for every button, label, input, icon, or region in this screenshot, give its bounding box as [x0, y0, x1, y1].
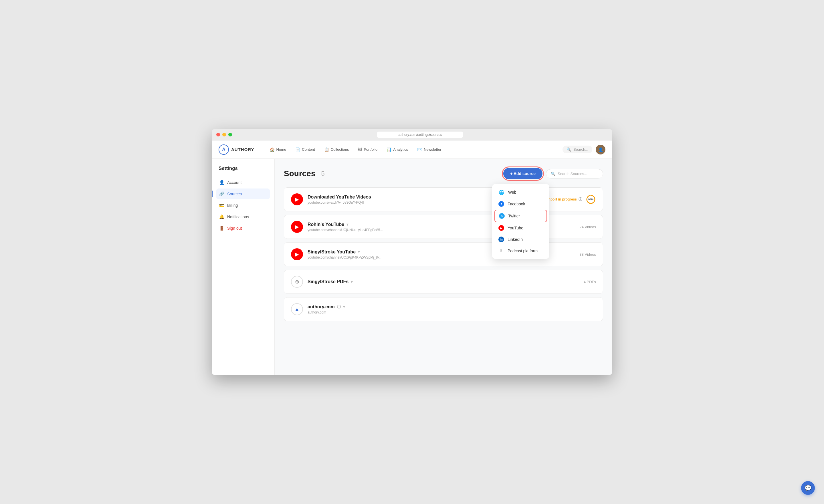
import-badge: Import in progress ⓘ	[546, 197, 582, 202]
chevron-5[interactable]: ▾	[343, 305, 345, 309]
search-sources-input[interactable]: 🔍 Search Sources...	[546, 169, 603, 179]
source-count-3: 38 Videos	[579, 252, 596, 257]
search-sources-icon: 🔍	[551, 172, 555, 176]
twitter-icon: 𝕏	[499, 213, 505, 219]
web-globe-icon: 🌐	[498, 189, 505, 195]
newsletter-icon: ✉️	[417, 147, 422, 152]
signout-icon: 🚪	[219, 226, 224, 231]
traffic-lights	[216, 133, 232, 136]
source-card-4: ⊕ SingylStroke PDFs ▾ 4 PDFs	[284, 270, 603, 294]
page-header: Sources 5 + Add source 🔍 Search Sources.…	[284, 168, 603, 179]
top-nav: A AUTHORY 🏠 Home 📄 Content 📋 Collections…	[212, 140, 612, 159]
page-count: 5	[321, 170, 325, 177]
close-button[interactable]	[216, 133, 220, 136]
authory-icon-5: ▲	[291, 303, 303, 315]
sidebar-item-sources[interactable]: 🔗 Sources	[216, 189, 270, 199]
youtube-icon-3: ▶	[291, 248, 303, 260]
sidebar-item-signout[interactable]: 🚪 Sign out	[216, 223, 270, 234]
sidebar-item-account[interactable]: 👤 Account	[216, 177, 270, 188]
source-meta-3: 38 Videos	[579, 252, 596, 257]
dropdown-youtube[interactable]: ▶ YouTube	[494, 222, 547, 234]
logo-icon: A	[219, 144, 229, 155]
notifications-icon: 🔔	[219, 214, 224, 219]
fullscreen-button[interactable]	[228, 133, 232, 136]
youtube-icon-2: ▶	[291, 221, 303, 233]
portfolio-icon: 🖼	[358, 147, 362, 152]
home-icon: 🏠	[270, 147, 275, 152]
source-meta-1: Import in progress ⓘ 94%	[546, 194, 596, 205]
search-icon: 🔍	[566, 147, 571, 152]
sidebar-title: Settings	[216, 166, 270, 171]
linkedin-icon: in	[498, 236, 504, 242]
youtube-icon-1: ▶	[291, 193, 303, 205]
nav-collections[interactable]: 📋 Collections	[320, 145, 353, 154]
source-card-5: ▲ authory.com ⓘ ▾ authory.com	[284, 297, 603, 321]
titlebar: authory.com/settings/sources	[212, 129, 612, 140]
main-layout: Settings 👤 Account 🔗 Sources 💳 Billing 🔔…	[212, 159, 612, 375]
source-name-4: SingylStroke PDFs ▾	[308, 279, 579, 284]
account-icon: 👤	[219, 180, 224, 185]
add-source-button[interactable]: + Add source	[503, 168, 542, 179]
collections-icon: 📋	[324, 147, 329, 152]
nav-right: 🔍 Search... 👤	[562, 145, 605, 155]
progress-circle: 94%	[586, 194, 596, 205]
app-window: authory.com/settings/sources A AUTHORY 🏠…	[212, 129, 612, 375]
sidebar-item-notifications[interactable]: 🔔 Notifications	[216, 211, 270, 222]
avatar[interactable]: 👤	[596, 145, 605, 155]
dropdown-linkedin[interactable]: in LinkedIn	[494, 234, 547, 245]
global-search[interactable]: 🔍 Search...	[562, 145, 592, 153]
source-meta-2: 24 Videos	[579, 225, 596, 229]
logo-name: AUTHORY	[231, 147, 254, 152]
sources-icon: 🔗	[219, 191, 224, 197]
dropdown-web[interactable]: 🌐 Web	[494, 186, 547, 198]
minimize-button[interactable]	[222, 133, 226, 136]
chevron-3[interactable]: ▾	[358, 250, 360, 254]
source-url-5: authory.com	[308, 310, 596, 314]
header-actions: + Add source 🔍 Search Sources...	[503, 168, 603, 179]
dropdown-facebook[interactable]: f Facebook	[494, 198, 547, 210]
nav-portfolio[interactable]: 🖼 Portfolio	[354, 145, 381, 154]
analytics-icon: 📊	[387, 147, 391, 152]
help-icon: ⓘ	[579, 197, 582, 202]
help-icon-5: ⓘ	[337, 304, 341, 309]
source-meta-4: 4 PDFs	[584, 280, 596, 284]
source-info-4: SingylStroke PDFs ▾	[308, 279, 579, 284]
logo[interactable]: A AUTHORY	[219, 144, 254, 155]
source-count-2: 24 Videos	[579, 225, 596, 229]
web-icon-4: ⊕	[291, 276, 303, 288]
page-title: Sources	[284, 169, 316, 178]
content-icon: 📄	[295, 147, 300, 152]
source-card-3: ▶ SingylStroke YouTube ▾ youtube.com/cha…	[284, 242, 603, 266]
source-card-2: ▶ Rohin's YouTube ▾ youtube.com/channel/…	[284, 215, 603, 239]
source-card-1: ▶ Downloaded YouTube Videos youtube.com/…	[284, 187, 603, 211]
sidebar: Settings 👤 Account 🔗 Sources 💳 Billing 🔔…	[212, 159, 275, 375]
content-area: Sources 5 + Add source 🔍 Search Sources.…	[275, 159, 612, 375]
url-bar-container: authory.com/settings/sources	[232, 131, 608, 138]
chevron-4[interactable]: ▾	[351, 280, 353, 284]
nav-items: 🏠 Home 📄 Content 📋 Collections 🖼 Portfol…	[266, 145, 562, 154]
source-count-4: 4 PDFs	[584, 280, 596, 284]
source-info-5: authory.com ⓘ ▾ authory.com	[308, 304, 596, 314]
dropdown-podcast[interactable]: 🎙 Podcast platform	[494, 245, 547, 257]
chevron-2[interactable]: ▾	[346, 222, 348, 226]
billing-icon: 💳	[219, 203, 224, 208]
source-name-5: authory.com ⓘ ▾	[308, 304, 596, 309]
nav-analytics[interactable]: 📊 Analytics	[383, 145, 412, 154]
add-source-dropdown: 🌐 Web f Facebook 𝕏 Twitter ▶ YouTube in	[492, 184, 549, 259]
sidebar-item-billing[interactable]: 💳 Billing	[216, 200, 270, 211]
nav-home[interactable]: 🏠 Home	[266, 145, 290, 154]
progress-text: 94%	[588, 198, 593, 201]
youtube-dropdown-icon: ▶	[498, 225, 504, 231]
dropdown-twitter[interactable]: 𝕏 Twitter	[494, 210, 547, 222]
url-bar[interactable]: authory.com/settings/sources	[377, 131, 463, 138]
podcast-icon: 🎙	[498, 248, 504, 254]
facebook-icon: f	[498, 201, 504, 207]
nav-newsletter[interactable]: ✉️ Newsletter	[413, 145, 445, 154]
nav-content[interactable]: 📄 Content	[291, 145, 319, 154]
